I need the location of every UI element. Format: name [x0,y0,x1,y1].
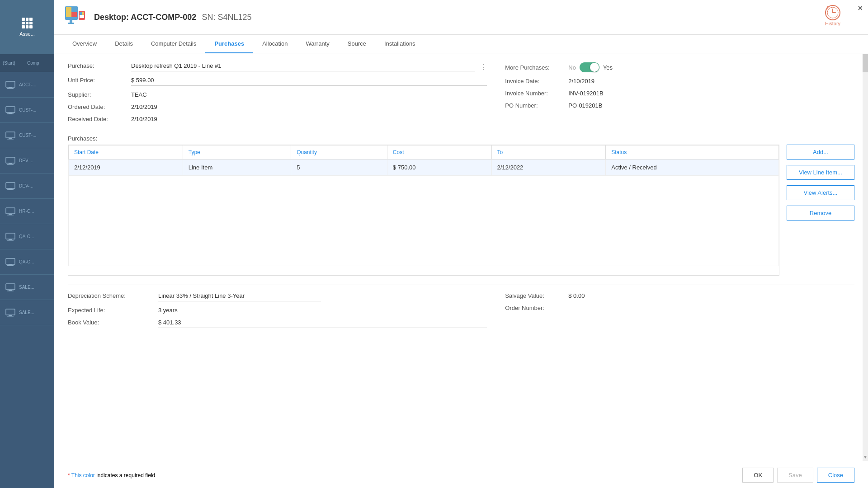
depreciation-scheme-value: Linear 33% / Straight Line 3-Year [158,292,321,301]
svg-rect-28 [9,315,12,316]
tab-allocation[interactable]: Allocation [253,35,297,53]
list-item[interactable]: CUST-... [0,123,54,148]
list-item-name: QA-C... [19,234,34,239]
view-alerts-button[interactable]: View Alerts... [787,185,854,200]
computer-icon [5,81,15,89]
expected-life-value: 3 years [158,307,487,314]
left-panel: Asse... (Start) Comp ACCT-... CUST-... C… [0,0,54,488]
cell-status: Active / Received [606,160,779,176]
col-start-date[interactable]: Start Date [69,145,183,160]
computer-icon [5,233,15,241]
svg-rect-20 [7,240,14,241]
svg-rect-39 [80,12,82,15]
svg-rect-5 [7,113,14,114]
table-row[interactable]: 2/12/2019 Line Item 5 $ 750.00 2/12/2022… [69,160,779,176]
svg-rect-2 [7,88,14,89]
tab-details[interactable]: Details [106,35,142,53]
svg-rect-36 [68,23,74,24]
invoice-number-row: Invoice Number: INV-019201B [505,90,854,97]
required-field-note: * This color indicates a required field [68,472,155,479]
action-buttons: Add... View Line Item... View Alerts... … [787,145,854,276]
received-date-label: Received Date: [68,116,131,122]
expected-life-row: Expected Life: 3 years [68,307,487,314]
received-date-value: 2/10/2019 [131,116,487,122]
col-type[interactable]: Type [183,145,291,160]
svg-rect-25 [9,290,12,291]
svg-rect-40 [82,12,84,15]
toggle-track[interactable] [580,62,599,72]
computer-icon [5,283,15,291]
cell-start-date: 2/12/2019 [69,160,183,176]
computer-icon [5,309,15,317]
order-number-row: Order Number: [505,305,854,311]
list-item[interactable]: DEV-... [0,174,54,199]
close-button[interactable]: × [858,4,863,13]
computer-icon [5,207,15,216]
list-item[interactable]: QA-C... [0,249,54,275]
list-item[interactable]: DEV-... [0,148,54,174]
list-item[interactable]: SALE... [0,275,54,300]
tab-warranty[interactable]: Warranty [297,35,339,53]
app-title-label: Asse... [19,31,35,37]
col-status[interactable]: Status [606,145,779,160]
history-icon [825,5,841,21]
list-item[interactable]: CUST-... [0,98,54,123]
more-purchases-toggle[interactable]: No Yes [568,62,613,72]
svg-rect-13 [9,188,12,189]
tab-source[interactable]: Source [339,35,375,53]
list-item-name: SALE... [19,285,34,290]
tab-installations[interactable]: Installations [375,35,425,53]
list-item[interactable]: QA-C... [0,224,54,249]
svg-rect-16 [9,214,12,215]
col-to[interactable]: To [491,145,606,160]
modal-header: Desktop: ACCT-COMP-002 SN: S4NL125 Histo… [54,0,868,35]
ok-button[interactable]: OK [742,468,774,483]
tab-overview[interactable]: Overview [63,35,106,53]
modal-content: Purchase: Desktop refresh Q1 2019 - Line… [54,53,868,462]
col-quantity[interactable]: Quantity [291,145,387,160]
invoice-date-row: Invoice Date: 2/10/2019 [505,78,854,84]
book-value-value: $ 401.33 [158,319,487,328]
scrollbar-thumb [863,54,868,72]
cell-quantity: 5 [291,160,387,176]
cell-to: 2/12/2022 [491,160,606,176]
add-button[interactable]: Add... [787,145,854,160]
app-header: Asse... [0,0,54,54]
remove-button[interactable]: Remove [787,206,854,221]
supplier-label: Supplier: [68,91,131,98]
tab-computer-details[interactable]: Computer Details [142,35,205,53]
received-date-row: Received Date: 2/10/2019 [68,116,487,122]
invoice-number-label: Invoice Number: [505,90,568,97]
scrollbar[interactable]: ▼ [863,54,868,461]
svg-rect-11 [7,164,14,165]
tab-purchases[interactable]: Purchases [205,35,253,53]
history-button[interactable]: History [825,5,841,26]
app-grid-icon [22,18,33,28]
depreciation-section: Depreciation Scheme: Linear 33% / Straig… [68,285,854,333]
po-number-label: PO Number: [505,102,568,109]
list-item-name: DEV-... [19,183,33,188]
toggle-thumb [590,63,599,72]
svg-rect-8 [7,139,14,140]
purchase-menu-icon[interactable]: ⋮ [480,63,487,71]
tab-bar: Overview Details Computer Details Purcha… [54,35,868,53]
list-item[interactable]: ACCT-... [0,72,54,98]
col-header-start: (Start) [3,61,27,66]
save-button[interactable]: Save [777,468,813,483]
purchases-table: Start Date Type Quantity Cost To Status … [68,145,779,266]
unit-price-label: Unit Price: [68,77,131,84]
scroll-down-arrow[interactable]: ▼ [863,454,868,461]
svg-rect-6 [6,132,15,138]
ordered-date-value: 2/10/2019 [131,103,487,110]
svg-rect-34 [71,12,77,17]
svg-rect-27 [6,309,15,315]
view-line-item-button[interactable]: View Line Item... [787,165,854,180]
list-item[interactable]: SALE... [0,300,54,325]
svg-rect-23 [7,265,14,266]
close-dialog-button[interactable]: Close [817,468,854,483]
svg-rect-26 [7,291,14,291]
col-cost[interactable]: Cost [387,145,491,160]
list-item[interactable]: HR-C... [0,199,54,224]
invoice-date-label: Invoice Date: [505,78,568,84]
invoice-date-value: 2/10/2019 [568,78,854,84]
